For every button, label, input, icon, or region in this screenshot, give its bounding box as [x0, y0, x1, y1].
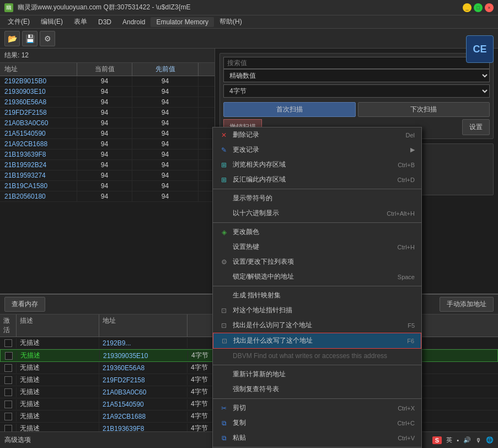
context-menu-item-recalc-addr[interactable]: 重新计算新的地址	[213, 367, 421, 382]
col-header-addr-bottom: 地址	[99, 314, 188, 337]
scan-type-select[interactable]: 精确数值 比上次增加了 比上次减少了 变动的数值 未变动的数值	[223, 69, 490, 82]
ctx-item-left: 重新计算新的地址	[219, 370, 286, 379]
ctx-item-right: F5	[408, 322, 415, 329]
result-prev: 94	[132, 170, 199, 180]
result-row[interactable]: 21B19592B24 94 94	[0, 160, 215, 170]
title-bar: 幽 幽灵源www.youluoyuan.com Q群:307531422 - \…	[0, 0, 498, 15]
context-menu-item-force-reset[interactable]: 强制复查符号表	[213, 382, 421, 397]
menu-d3d[interactable]: D3D	[93, 17, 117, 27]
result-prev: 94	[132, 150, 199, 159]
menu-emulator-memory[interactable]: Emulator Memory	[151, 17, 214, 27]
context-menu-item-set-hotkey[interactable]: 设置热键 Ctrl+H	[213, 239, 421, 254]
context-menu-item-browse-memory[interactable]: ⊞ 浏览相关内存区域 Ctrl+B	[213, 157, 421, 172]
active-checkbox[interactable]	[4, 388, 12, 396]
active-checkbox[interactable]	[4, 376, 12, 384]
result-row[interactable]: 21930903E10 94 94	[0, 87, 215, 97]
result-row[interactable]: 21B19CA1580 94 94	[0, 181, 215, 191]
ctx-shortcut: Ctrl+H	[398, 244, 415, 250]
context-menu-item-lock-unlock[interactable]: 锁定/解锁选中的地址 Space	[213, 269, 421, 284]
result-addr: 219FD2F2158	[0, 108, 77, 118]
active-checkbox[interactable]	[4, 413, 12, 420]
toolbar-open-btn[interactable]: 📂	[4, 31, 20, 46]
menu-help[interactable]: 帮助(H)	[214, 16, 248, 28]
ctx-item-left: ⊡ 找出是什么访问了这个地址	[219, 321, 312, 330]
toolbar-settings-btn[interactable]: ⚙	[40, 31, 55, 46]
ctx-icon: ⊡	[219, 306, 228, 315]
context-menu-item-disasm-memory[interactable]: ⊞ 反汇编此内存区域 Ctrl+D	[213, 172, 421, 187]
scan-value-input[interactable]	[223, 57, 490, 69]
context-menu-item-gen-pointer[interactable]: 生成 指针映射集	[213, 288, 421, 303]
context-menu-item-copy[interactable]: ⧉ 复制 Ctrl+C	[213, 415, 421, 430]
settings-button[interactable]: 设置	[462, 119, 490, 135]
active-checkbox[interactable]	[4, 339, 12, 347]
result-addr: 21B19CA1580	[0, 181, 77, 191]
active-checkbox[interactable]	[4, 364, 12, 372]
ctx-item-right: Ctrl+V	[398, 435, 415, 441]
minimize-button[interactable]: _	[463, 3, 472, 12]
bottom-addr-cell: 2192B9...	[99, 338, 188, 348]
ctx-item-label: 以十六进制显示	[233, 209, 279, 218]
context-menu-item-paste[interactable]: ⧉ 粘贴 Ctrl+V	[213, 430, 421, 445]
result-row[interactable]: 21B19593274 94 94	[0, 170, 215, 181]
ctx-item-right: Ctrl+X	[398, 405, 415, 412]
context-menu-item-find-write[interactable]: ⊡ 找出是什么改写了这个地址 F6	[213, 333, 421, 349]
result-row[interactable]: 2192B9015B0 94 94	[0, 76, 215, 87]
ctx-item-right: Ctrl+Alt+H	[387, 210, 415, 217]
result-row[interactable]: 219FD2F2158 94 94	[0, 108, 215, 118]
result-prev: 94	[132, 129, 199, 138]
ctx-item-label: 反汇编此内存区域	[233, 175, 286, 184]
ctx-item-left: ⧉ 复制	[219, 418, 246, 428]
active-checkbox[interactable]	[4, 401, 12, 408]
ctx-item-label: 删除记录	[233, 130, 259, 140]
context-menu-item-delete-record[interactable]: ✕ 删除记录 Del	[213, 127, 421, 142]
context-menu-item-scan-pointer[interactable]: ⊡ 对这个地址指针扫描	[213, 303, 421, 318]
ctx-item-label: 找出是什么改写了这个地址	[233, 336, 313, 345]
menu-table[interactable]: 表单	[68, 16, 93, 28]
result-row[interactable]: 21B20560180 94 94	[0, 191, 215, 202]
first-scan-button[interactable]: 首次扫描	[223, 102, 356, 117]
next-scan-button[interactable]: 下次扫描	[358, 102, 490, 117]
ctx-item-label: 生成 指针映射集	[233, 291, 281, 300]
add-address-button[interactable]: 手动添加地址	[440, 297, 494, 312]
bottom-active-cell	[0, 375, 17, 385]
result-cur: 94	[77, 191, 132, 201]
close-button[interactable]: ×	[485, 3, 494, 12]
result-row[interactable]: 21A0B3A0C60 94 94	[0, 118, 215, 129]
maximize-button[interactable]: □	[474, 3, 483, 12]
value-type-select[interactable]: 4字节 2字节 1字节 8字节 浮点数 双精度浮点 文本	[223, 84, 490, 98]
ctx-item-label: 对这个地址指针扫描	[233, 306, 292, 315]
context-menu-item-change-color[interactable]: ◈ 更改颜色	[213, 225, 421, 239]
result-prev: 94	[132, 181, 199, 191]
bottom-addr-cell: 219360E56A8	[99, 363, 188, 373]
ctx-icon: ⊡	[219, 321, 228, 330]
active-checkbox[interactable]	[5, 352, 13, 360]
context-menu-item-show-hex[interactable]: 以十六进制显示 Ctrl+Alt+H	[213, 206, 421, 221]
context-menu-item-update-record[interactable]: ✎ 更改记录 ▶	[213, 142, 421, 157]
ctx-item-left: 强制复查符号表	[219, 385, 279, 394]
ctx-icon	[219, 194, 228, 203]
menu-file[interactable]: 文件(E)	[2, 16, 35, 28]
toolbar-save-btn[interactable]: 💾	[22, 31, 38, 46]
context-menu-items: ✕ 删除记录 Del ✎ 更改记录 ▶ ⊞ 浏览相关内存区域 Ctrl+B	[213, 127, 421, 448]
menu-android[interactable]: Android	[117, 17, 151, 27]
menu-edit[interactable]: 编辑(E)	[35, 16, 68, 28]
context-menu-item-cut[interactable]: ✂ 剪切 Ctrl+X	[213, 401, 421, 415]
context-menu-item-find-access[interactable]: ⊡ 找出是什么访问了这个地址 F5	[213, 318, 421, 333]
ctx-item-left: ⊞ 浏览相关内存区域	[219, 160, 286, 169]
result-row[interactable]: 21A92CB1688 94 94	[0, 139, 215, 150]
ctx-shortcut: Ctrl+D	[398, 177, 415, 183]
result-cur: 94	[77, 139, 132, 149]
result-row[interactable]: 21A51540590 94 94	[0, 129, 215, 139]
status-label: 高级选项	[4, 435, 31, 445]
result-prev: 94	[132, 160, 199, 170]
result-row[interactable]: 219360E56A8 94 94	[0, 97, 215, 108]
view-memory-button[interactable]: 查看内存	[4, 297, 45, 312]
ctx-item-right: Ctrl+H	[398, 244, 415, 250]
result-row[interactable]: 21B193639F8 94 94	[0, 150, 215, 160]
ctx-item-left: DBVM Find out what writes or accesses th…	[219, 351, 387, 360]
context-menu-item-show-signed[interactable]: 显示带符号的	[213, 191, 421, 206]
ctx-icon: ⧉	[219, 434, 228, 442]
col-header-cur: 当前值	[77, 63, 132, 76]
ctx-item-left: ⊡ 对这个地址指针扫描	[219, 306, 292, 315]
context-menu-item-set-dropdown[interactable]: ⚙ 设置/更改下拉列表项	[213, 254, 421, 269]
